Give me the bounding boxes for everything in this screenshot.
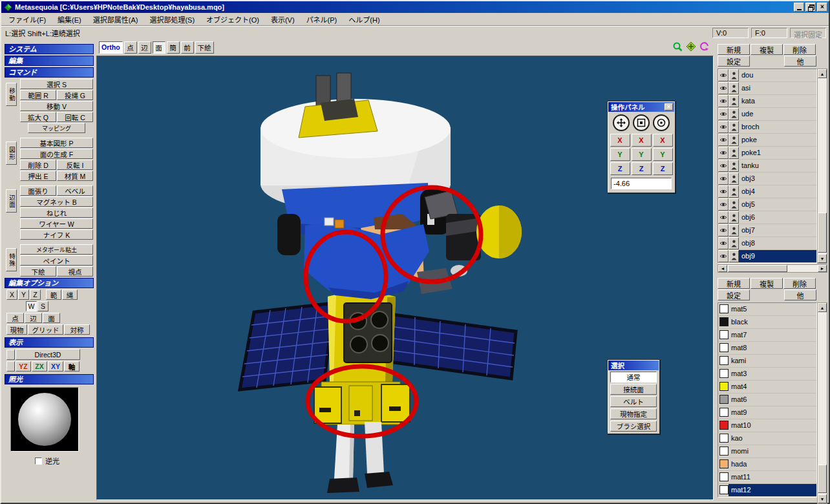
object-other-button[interactable]: 他 — [784, 56, 816, 67]
material-row[interactable]: kao — [718, 432, 816, 445]
object-row[interactable]: obj9 — [718, 250, 816, 263]
cmd-material[interactable]: 材質 M — [57, 171, 93, 181]
object-list-scrollbar[interactable]: ▲ ▼ — [817, 68, 827, 264]
material-row[interactable]: kami — [718, 355, 816, 368]
section-edit[interactable]: 編集 — [5, 56, 94, 66]
object-row[interactable]: poke1 — [718, 147, 816, 160]
menu-item[interactable]: ファイル(F) — [3, 13, 52, 26]
scroll-up-icon[interactable]: ▲ — [818, 303, 827, 312]
visibility-eye-icon[interactable] — [718, 237, 729, 249]
selection-panel-titlebar[interactable]: 選択 — [608, 361, 659, 370]
object-new-button[interactable]: 新規 — [718, 44, 750, 55]
object-type-figure-icon[interactable] — [729, 198, 739, 211]
cmd-select[interactable]: 選択 S — [20, 79, 93, 89]
object-row[interactable]: ude — [718, 108, 816, 121]
object-row[interactable]: obj4 — [718, 185, 816, 198]
ortho-button[interactable]: Ortho — [99, 41, 123, 54]
scroll-thumb[interactable] — [818, 465, 827, 493]
op-x-button-3[interactable]: X — [653, 134, 673, 147]
object-row[interactable]: obj5 — [718, 198, 816, 211]
rotate-view-icon[interactable] — [699, 41, 710, 53]
op-y-button-2[interactable]: Y — [632, 148, 652, 161]
minimize-button[interactable] — [794, 3, 804, 12]
cmd-primitive[interactable]: 基本図形 P — [20, 138, 93, 148]
object-type-figure-icon[interactable] — [729, 147, 739, 159]
op-z-button-2[interactable]: Z — [632, 162, 652, 175]
command-tab-edgeface[interactable]: 辺面 — [6, 189, 17, 213]
visibility-eye-icon[interactable] — [718, 250, 729, 262]
section-system[interactable]: システム — [5, 44, 94, 54]
object-row[interactable]: obj8 — [718, 237, 816, 250]
object-row[interactable]: broch — [718, 121, 816, 134]
object-row[interactable]: obj7 — [718, 224, 816, 237]
view-axis-button[interactable]: 軸 — [64, 361, 80, 372]
cmd-rotate[interactable]: 回転 C — [57, 112, 93, 122]
display-small-toggle-1[interactable] — [6, 350, 15, 360]
underlay-toggle[interactable]: 下絵 — [195, 41, 214, 54]
menu-item[interactable]: オブジェクト(O) — [200, 13, 265, 26]
front-display-toggle[interactable]: 前 — [181, 41, 194, 54]
section-command[interactable]: コマンド — [5, 67, 94, 78]
selection-mode-button[interactable]: 接続面 — [610, 384, 657, 395]
show-points-toggle[interactable]: 点 — [124, 41, 137, 54]
material-row[interactable]: mat4 — [718, 381, 816, 394]
object-type-figure-icon[interactable] — [729, 224, 739, 236]
view-yz-button[interactable]: YZ — [16, 361, 31, 372]
object-row[interactable]: obj3 — [718, 173, 816, 185]
material-row[interactable]: mat9 — [718, 406, 816, 419]
material-row[interactable]: mat6 — [718, 394, 816, 406]
cmd-viewpoint[interactable]: 視点 — [57, 266, 93, 277]
cmd-paint[interactable]: ペイント — [20, 255, 93, 266]
screen-toggle[interactable]: S — [37, 301, 48, 311]
material-row[interactable]: mat11 — [718, 471, 816, 484]
command-tab-shape[interactable]: 図形 — [6, 142, 17, 165]
view-xy-button[interactable]: XY — [48, 361, 63, 372]
zoom-view-icon[interactable] — [672, 41, 683, 53]
material-duplicate-button[interactable]: 複製 — [750, 278, 783, 289]
section-lighting[interactable]: 照光 — [5, 374, 94, 384]
material-delete-button[interactable]: 削除 — [783, 278, 816, 289]
show-faces-toggle[interactable]: 面 — [153, 41, 165, 54]
menu-item[interactable]: 表示(V) — [265, 13, 301, 26]
cmd-extrude[interactable]: 押出 E — [20, 171, 56, 181]
selection-mode-button[interactable]: ブラシ選択 — [610, 421, 657, 432]
material-row[interactable]: mat7 — [718, 329, 816, 342]
object-type-figure-icon[interactable] — [729, 185, 739, 198]
cmd-scale[interactable]: 拡大 Q — [20, 112, 56, 122]
scroll-right-icon[interactable]: ► — [818, 265, 827, 272]
visibility-eye-icon[interactable] — [718, 147, 729, 159]
lighting-preview[interactable] — [10, 387, 79, 452]
rope-toggle[interactable]: 縄 — [62, 289, 78, 300]
operation-panel[interactable]: 操作パネル × X X X Y Y Y Z Z Z — [607, 101, 676, 193]
visibility-eye-icon[interactable] — [718, 95, 729, 107]
object-row[interactable]: kata — [718, 95, 816, 108]
range-toggle[interactable]: 範 — [46, 289, 61, 300]
op-value-field[interactable]: -4.66 — [611, 178, 672, 189]
visibility-eye-icon[interactable] — [718, 173, 729, 185]
object-duplicate-button[interactable]: 複製 — [750, 44, 783, 55]
visibility-eye-icon[interactable] — [718, 134, 729, 146]
material-row[interactable]: mat3 — [718, 368, 816, 381]
operation-panel-close-button[interactable]: × — [665, 103, 673, 110]
cmd-range[interactable]: 範囲 R — [20, 90, 56, 100]
scale-tool-button[interactable] — [633, 114, 650, 131]
renderer-button[interactable]: Direct3D — [16, 349, 80, 360]
material-row[interactable]: mat10 — [718, 419, 816, 432]
material-row[interactable]: hada — [718, 458, 816, 471]
menu-item[interactable]: 選択部処理(S) — [144, 13, 200, 26]
op-z-button-1[interactable]: Z — [610, 162, 630, 175]
material-new-button[interactable]: 新規 — [718, 278, 750, 289]
cmd-face-fill[interactable]: 面張り — [20, 185, 56, 196]
object-type-figure-icon[interactable] — [729, 173, 739, 185]
visibility-eye-icon[interactable] — [718, 69, 729, 81]
menu-item[interactable]: 選択部属性(A) — [87, 13, 144, 26]
object-row[interactable]: obj6 — [718, 211, 816, 224]
object-type-figure-icon[interactable] — [729, 69, 739, 81]
viewport-3d[interactable]: 操作パネル × X X X Y Y Y Z Z Z — [96, 56, 714, 500]
object-type-figure-icon[interactable] — [729, 160, 739, 172]
object-type-figure-icon[interactable] — [729, 121, 739, 133]
close-button[interactable]: × — [817, 3, 827, 12]
point-toggle[interactable]: 点 — [6, 313, 24, 323]
visibility-eye-icon[interactable] — [718, 121, 729, 133]
material-row[interactable]: mat12 — [718, 484, 816, 497]
